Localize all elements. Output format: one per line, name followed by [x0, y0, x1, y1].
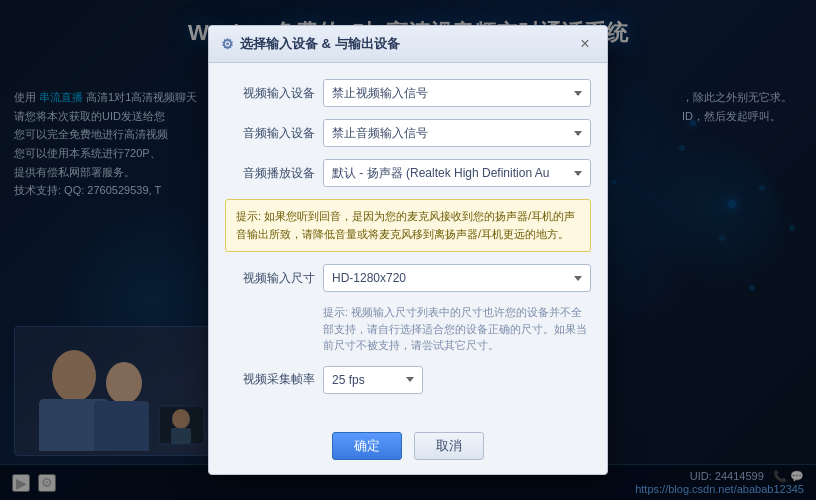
- dialog-title-text: 选择输入设备 & 与输出设备: [240, 35, 400, 53]
- audio-input-row: 音频输入设备 禁止音频输入信号: [225, 119, 591, 147]
- fps-select[interactable]: 25 fps: [323, 366, 423, 394]
- modal-close-button[interactable]: ×: [575, 34, 595, 54]
- audio-input-select[interactable]: 禁止音频输入信号: [323, 119, 591, 147]
- modal-body: 视频输入设备 禁止视频输入信号 音频输入设备 禁止音频输入信号 音频播放设备 默…: [209, 63, 607, 422]
- audio-input-label: 音频输入设备: [225, 125, 315, 142]
- notice-box: 提示: 如果您听到回音，是因为您的麦克风接收到您的扬声器/耳机的声音输出所致，请…: [225, 199, 591, 252]
- modal-footer: 确定 取消: [209, 422, 607, 474]
- video-input-select[interactable]: 禁止视频输入信号: [323, 79, 591, 107]
- notice-text: 提示: 如果您听到回音，是因为您的麦克风接收到您的扬声器/耳机的声音输出所致，请…: [236, 210, 575, 240]
- modal-header: ⚙ 选择输入设备 & 与输出设备 ×: [209, 26, 607, 63]
- video-size-select[interactable]: HD-1280x720: [323, 264, 591, 292]
- confirm-button[interactable]: 确定: [332, 432, 402, 460]
- modal-title: ⚙ 选择输入设备 & 与输出设备: [221, 35, 400, 53]
- size-info-text: 提示: 视频输入尺寸列表中的尺寸也许您的设备并不全部支持，请自行选择适合您的设备…: [225, 304, 591, 354]
- audio-output-label: 音频播放设备: [225, 165, 315, 182]
- fps-label: 视频采集帧率: [225, 371, 315, 388]
- video-size-row: 视频输入尺寸 HD-1280x720: [225, 264, 591, 292]
- modal-overlay: ⚙ 选择输入设备 & 与输出设备 × 视频输入设备 禁止视频输入信号 音频输入设…: [0, 0, 816, 500]
- settings-dialog: ⚙ 选择输入设备 & 与输出设备 × 视频输入设备 禁止视频输入信号 音频输入设…: [208, 25, 608, 475]
- video-size-label: 视频输入尺寸: [225, 270, 315, 287]
- cancel-button[interactable]: 取消: [414, 432, 484, 460]
- audio-output-row: 音频播放设备 默认 - 扬声器 (Realtek High Definition…: [225, 159, 591, 187]
- video-input-row: 视频输入设备 禁止视频输入信号: [225, 79, 591, 107]
- video-input-label: 视频输入设备: [225, 85, 315, 102]
- audio-output-select[interactable]: 默认 - 扬声器 (Realtek High Definition Au: [323, 159, 591, 187]
- fps-row: 视频采集帧率 25 fps: [225, 366, 591, 394]
- gear-icon: ⚙: [221, 36, 234, 52]
